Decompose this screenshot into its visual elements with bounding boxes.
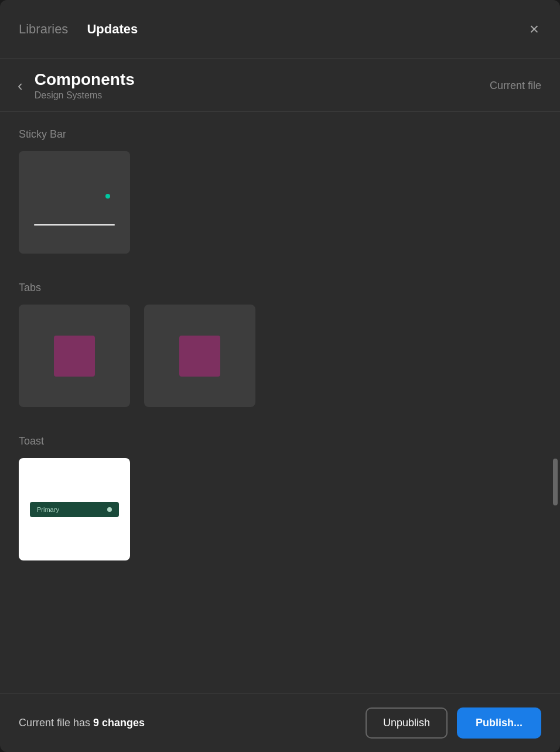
content-area[interactable]: Sticky Bar Tabs: [0, 112, 560, 693]
toast-bar-label: Primary: [37, 506, 59, 513]
libraries-panel: Libraries Updates × ‹ Components Design …: [0, 0, 560, 752]
sticky-bar-line: [34, 224, 114, 225]
section-tabs: Tabs: [19, 282, 541, 407]
sub-header: ‹ Components Design Systems Current file: [0, 59, 560, 112]
back-button[interactable]: ‹: [14, 77, 26, 94]
section-toast: Toast Primary: [19, 435, 541, 560]
footer-actions: Unpublish Publish...: [366, 707, 541, 739]
section-sticky-bar: Sticky Bar: [19, 128, 541, 254]
current-file-label: Current file: [490, 80, 541, 92]
section-title-sticky-bar: Sticky Bar: [19, 128, 541, 141]
tabs-preview-2: [144, 305, 255, 407]
section-title-toast: Toast: [19, 435, 541, 447]
tabs-preview-1: [19, 305, 130, 407]
tabs-grid: [19, 305, 541, 407]
toast-component[interactable]: Primary: [19, 458, 130, 560]
panel-footer: Current file has 9 changes Unpublish Pub…: [0, 693, 560, 752]
scrollbar-thumb[interactable]: [553, 459, 558, 505]
panel-header: Libraries Updates ×: [0, 0, 560, 59]
tab-updates[interactable]: Updates: [87, 17, 138, 42]
sticky-bar-dot: [105, 194, 110, 199]
section-title-tabs: Tabs: [19, 282, 541, 294]
tabs-component-1[interactable]: [19, 305, 130, 407]
toast-inner: Primary: [30, 502, 119, 517]
tab-libraries[interactable]: Libraries: [19, 17, 68, 42]
footer-status-prefix: Current file has: [19, 717, 93, 729]
publish-button[interactable]: Publish...: [457, 707, 541, 739]
toast-grid: Primary: [19, 458, 541, 560]
page-subtitle: Design Systems: [35, 90, 135, 101]
title-group: Components Design Systems: [35, 70, 135, 101]
close-button[interactable]: ×: [527, 19, 541, 40]
tabs-square-1: [54, 336, 95, 377]
scrollbar-track[interactable]: [553, 124, 558, 682]
unpublish-button[interactable]: Unpublish: [366, 707, 448, 739]
header-tabs: Libraries Updates: [19, 17, 527, 42]
sticky-bar-preview: [19, 151, 130, 254]
footer-status: Current file has 9 changes: [19, 717, 145, 729]
sub-header-left: ‹ Components Design Systems: [14, 70, 135, 101]
footer-changes-count: 9 changes: [93, 717, 145, 729]
sticky-bar-component[interactable]: [19, 151, 130, 254]
sticky-bar-grid: [19, 151, 541, 254]
tabs-component-2[interactable]: [144, 305, 255, 407]
toast-preview: Primary: [19, 458, 130, 560]
page-title: Components: [35, 70, 135, 89]
toast-bar-dot: [107, 507, 112, 512]
toast-bar: Primary: [30, 502, 119, 517]
tabs-square-2: [179, 336, 220, 377]
